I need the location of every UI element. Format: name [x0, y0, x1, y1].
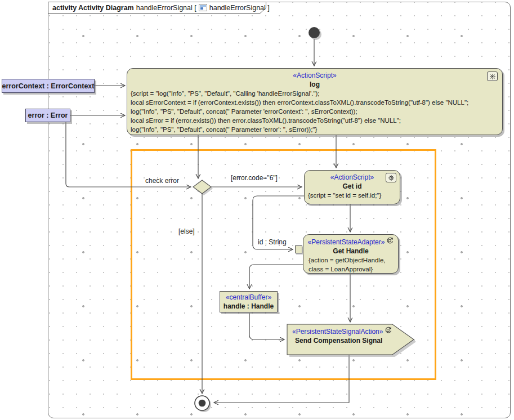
frame-title-tab[interactable]: activity Activity Diagram handleErrorSig… — [48, 2, 266, 14]
log-script-line: {script = "log("Info", "PS", "Default", … — [127, 89, 502, 98]
get-handle-name: Get Handle — [303, 247, 398, 256]
get-handle-stereotype: «PersistentStateAdapter» — [308, 238, 385, 247]
guard-label-error-code: [error.code="6"] — [231, 174, 278, 182]
log-script-line: log("Info", "PS", "Default", concat(" Pa… — [127, 107, 502, 116]
activity-diagram-icon — [199, 4, 207, 11]
adapter-node-get-handle[interactable]: «PersistentStateAdapter» Get Handle {act… — [303, 234, 399, 274]
get-id-name: Get id — [305, 182, 400, 191]
frame-kind-label: activity Activity Diagram — [52, 4, 134, 12]
persistent-state-icon — [386, 237, 394, 247]
parameter-node-errorcontext[interactable]: errorContext : ErrorContext — [2, 79, 95, 93]
gear-icon — [386, 173, 396, 182]
parameter-node-error[interactable]: error : Error — [25, 109, 70, 122]
action-node-log[interactable]: «ActionScript» log {script = "log("Info"… — [127, 68, 503, 135]
buffer-name: handle : Handle — [220, 302, 277, 311]
pin-label-id-string: id : String — [258, 238, 287, 246]
central-buffer-node[interactable]: «centralBuffer» handle : Handle — [220, 291, 278, 312]
edge-label-check-error: check error — [145, 177, 179, 185]
frame-ref-label: handleErrorSignal ] — [209, 4, 270, 12]
parameter-errorcontext-label: errorContext : ErrorContext — [2, 82, 95, 90]
activity-diagram-canvas: activity Activity Diagram handleErrorSig… — [0, 0, 514, 420]
log-name: log — [127, 80, 502, 89]
guard-label-else: [else] — [178, 227, 195, 235]
signal-name: Send Compensation Signal — [287, 336, 414, 345]
persistent-state-icon — [385, 327, 392, 336]
log-script-line: local sError = if (error.exists()) then … — [127, 116, 502, 125]
signal-stereotype: «PersistentStateSignalAction» — [292, 327, 383, 336]
get-handle-body: class = LoanApproval} — [303, 265, 398, 274]
log-script-line: log("Info", "PS", "Default", concat(" Pa… — [127, 125, 502, 134]
signal-node-send-compensation[interactable]: «PersistentStateSignalAction» Send Compe… — [287, 324, 414, 355]
parameter-error-label: error : Error — [28, 111, 68, 119]
log-stereotype: «ActionScript» — [127, 69, 502, 80]
input-pin-id[interactable] — [295, 245, 302, 253]
frame-instance-label: handleErrorSignal [ — [136, 4, 196, 12]
log-script-line: local sErrorContext = if (errorContext.e… — [127, 98, 502, 107]
buffer-stereotype: «centralBuffer» — [220, 292, 277, 302]
get-handle-body: {action = getObjectHandle, — [303, 256, 398, 265]
get-id-script: {script = "set id = self.id;"} — [305, 191, 400, 200]
action-node-get-id[interactable]: «ActionScript» Get id {script = "set id … — [304, 170, 400, 204]
gear-icon — [487, 72, 498, 81]
